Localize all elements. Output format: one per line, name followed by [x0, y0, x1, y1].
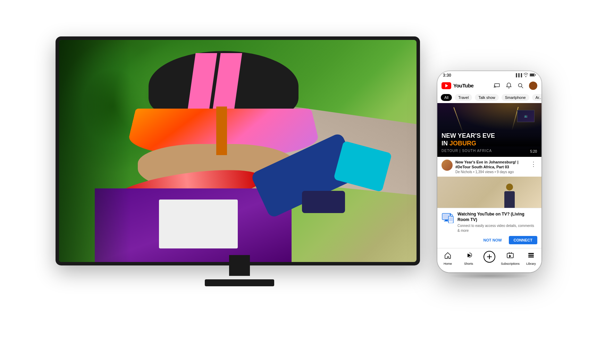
connect-button[interactable]: CONNECT [509, 236, 537, 244]
phone-shadow [448, 272, 531, 279]
status-time: 3:30 [443, 73, 451, 78]
gloved-hand [302, 191, 345, 213]
time-ago: 9 days ago [497, 170, 514, 174]
nav-library[interactable]: Library [521, 252, 541, 269]
tv-screen [59, 40, 417, 262]
video-thumbnail-bg: 📺 [437, 103, 541, 157]
tv-connect-icon [442, 213, 454, 223]
nav-home-label: Home [444, 262, 452, 265]
header-icons [494, 82, 537, 90]
person-head [506, 184, 513, 191]
youtube-logo-text: YouTube [453, 83, 473, 88]
subscriptions-icon [506, 252, 514, 261]
nav-shorts[interactable]: Shorts [458, 252, 479, 269]
connect-title: Watching YouTube on TV? (Living Room TV) [457, 212, 537, 222]
status-bar: 3:30 ▐▐▐ [437, 71, 541, 79]
second-thumbnail-bg [437, 177, 541, 208]
video-stats: De Nichols • 1,394 views • 9 days ago [455, 170, 527, 174]
chip-travel[interactable]: Travel [455, 94, 472, 101]
signal-icon: ▐▐▐ [515, 73, 522, 77]
cyclist-scene [59, 40, 417, 262]
video-duration: 5:20 [529, 149, 539, 154]
tv-frame [56, 36, 420, 265]
jacket-white-panel [159, 200, 238, 248]
bottom-navigation: Home Shorts [437, 248, 541, 272]
video-title-small: New Year's Eve in Johannesburg! | #DeTou… [455, 160, 527, 170]
video-title-text: NEW YEAR'S EVE IN JOBURG [442, 132, 537, 147]
chip-smartphone[interactable]: Smartphone [502, 94, 529, 101]
filter-chips: All Travel Talk show Smartphone Ar... [437, 92, 541, 103]
home-icon [444, 252, 452, 261]
video-subtitle: DETOUR | SOUTH AFRICA [442, 149, 537, 153]
status-icons: ▐▐▐ [515, 73, 536, 78]
nav-home[interactable]: Home [437, 252, 458, 269]
tv-container [56, 36, 423, 290]
user-avatar[interactable] [529, 82, 537, 90]
svg-rect-17 [528, 256, 534, 257]
svg-rect-16 [528, 255, 534, 256]
svg-rect-11 [449, 217, 453, 221]
cast-icon[interactable] [494, 82, 501, 89]
youtube-logo: YouTube [442, 82, 473, 89]
library-icon [527, 252, 535, 261]
nav-add[interactable] [479, 251, 500, 270]
tv-stand-neck [229, 255, 250, 276]
video-meta: New Year's Eve in Johannesburg! | #DeTou… [455, 160, 527, 174]
svg-rect-15 [528, 253, 534, 254]
svg-rect-8 [445, 220, 448, 221]
youtube-logo-icon [442, 82, 451, 89]
video-info-row: New Year's Eve in Johannesburg! | #DeTou… [437, 157, 541, 177]
svg-rect-9 [444, 221, 449, 221]
view-count: 1,394 views [475, 170, 494, 174]
svg-rect-1 [530, 74, 534, 76]
tv-stand-base [205, 279, 274, 286]
video-title-overlay: NEW YEAR'S EVE IN JOBURG DETOUR | SOUTH … [437, 128, 541, 156]
connect-text-area: Watching YouTube on TV? (Living Room TV)… [457, 212, 537, 233]
channel-name: De Nichols [455, 170, 472, 174]
small-tv-in-thumbnail: 📺 [517, 110, 535, 122]
more-options-icon[interactable]: ⋮ [530, 160, 537, 169]
person-figure [503, 184, 515, 208]
chip-more[interactable]: Ar... [532, 94, 541, 101]
tv-icon-container [442, 212, 454, 224]
wifi-icon [523, 73, 528, 78]
svg-point-4 [494, 87, 494, 88]
shadow-left [59, 40, 131, 262]
sunglasses-bridge [216, 107, 227, 155]
title-line2: IN [442, 140, 449, 147]
bell-icon[interactable] [505, 82, 512, 89]
add-button[interactable] [484, 251, 495, 263]
person-body [504, 191, 515, 208]
youtube-header: YouTube [437, 79, 541, 92]
nav-subscriptions-label: Subscriptions [501, 262, 520, 265]
youtube-play-triangle [445, 84, 448, 87]
not-now-button[interactable]: NOT NOW [479, 236, 506, 244]
connect-banner-inner: Watching YouTube on TV? (Living Room TV)… [442, 212, 537, 233]
search-icon[interactable] [517, 82, 524, 89]
title-line1: NEW YEAR'S EVE [442, 132, 495, 139]
connect-banner: Watching YouTube on TV? (Living Room TV)… [437, 208, 541, 248]
second-video-thumbnail[interactable] [437, 177, 541, 208]
phone-frame: 3:30 ▐▐▐ [437, 71, 541, 272]
svg-rect-14 [511, 252, 512, 254]
svg-rect-2 [535, 74, 536, 75]
phone-container: 3:30 ▐▐▐ [437, 71, 541, 272]
nav-library-label: Library [526, 262, 536, 265]
title-highlight: JOBURG [449, 140, 476, 147]
nav-subscriptions[interactable]: Subscriptions [500, 252, 521, 269]
connect-buttons: NOT NOW CONNECT [442, 236, 537, 244]
chip-all[interactable]: All [441, 94, 452, 101]
connect-description: Connect to easily access video details, … [457, 223, 537, 233]
svg-rect-13 [509, 252, 510, 254]
shorts-icon [465, 252, 472, 261]
main-scene: 3:30 ▐▐▐ [56, 26, 541, 338]
chip-talkshow[interactable]: Talk show [475, 94, 498, 101]
main-video-thumbnail[interactable]: 📺 [437, 103, 541, 157]
nav-shorts-label: Shorts [464, 262, 473, 265]
channel-avatar [442, 160, 453, 171]
battery-icon [530, 73, 536, 77]
